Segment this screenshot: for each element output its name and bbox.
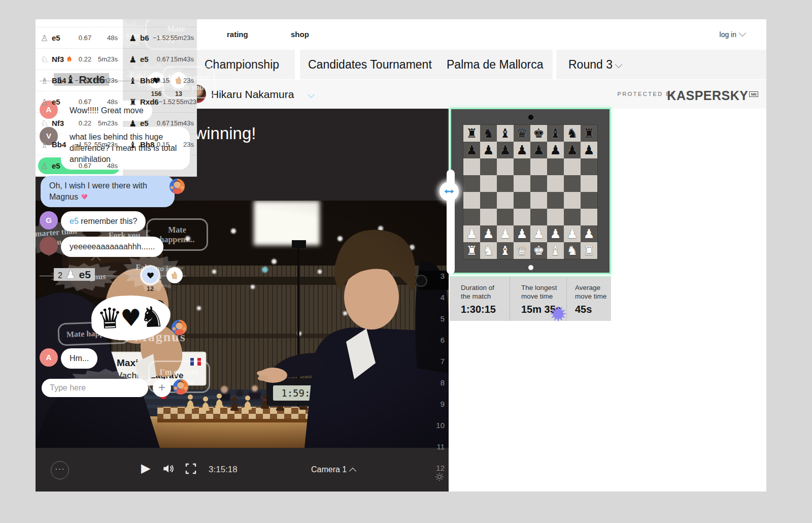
black-piece-icon: ♟ [129, 118, 139, 128]
chess-piece: ♟ [463, 142, 480, 158]
move-time: 23s [170, 141, 194, 148]
board-square: ♝ [547, 125, 564, 142]
board-square: ♟ [564, 142, 581, 158]
round-selector[interactable]: Round 3 [568, 50, 621, 79]
board-square [480, 192, 497, 209]
round-section: Round 3 [556, 50, 766, 79]
chess-piece: ♞ [564, 242, 581, 259]
video-controls: ··· ▶ 3:15:18 Camera 1 [36, 448, 449, 492]
board-square [581, 192, 597, 209]
chat-sticker-message: ♛♥♞ [36, 296, 190, 342]
black-to-move-dot [528, 115, 533, 120]
move-cell[interactable]: ♙e50.6748s [36, 27, 123, 49]
board-square: ♟ [530, 225, 547, 242]
board-square: ♝ [497, 242, 514, 259]
move-cell[interactable]: ♟b6−1.5255m23s [123, 27, 197, 49]
like-count: 12 [142, 285, 158, 292]
black-piece-icon: ♝ [129, 76, 139, 86]
nav-item-shop[interactable]: shop [291, 19, 309, 50]
dislike-button[interactable] [166, 267, 183, 283]
board-square [463, 209, 480, 225]
tournament-name: Candidates Tournament [308, 50, 432, 79]
move-cell [36, 19, 123, 27]
board-square: ♞ [564, 125, 581, 142]
move-link[interactable]: e5 [70, 217, 79, 225]
board-square: ♝ [547, 242, 564, 259]
fullscreen-icon[interactable] [185, 463, 197, 477]
board-square [497, 158, 514, 175]
nav-item-rating[interactable]: rating [227, 19, 248, 50]
camera-selector[interactable]: Camera 1 [311, 448, 355, 492]
move-notation: Rxd6 [140, 97, 159, 106]
move-notation: Bh8 [140, 140, 154, 149]
camera-label: Camera 1 [311, 465, 347, 474]
move-time: 15m43s [170, 119, 194, 127]
move-time: 5m23s [91, 119, 118, 127]
chat-input[interactable] [42, 379, 148, 397]
move-time: 55m23s [91, 77, 118, 84]
board-square: ♜ [581, 242, 597, 259]
knight-icon: ♞ [139, 303, 165, 332]
move-eval: 0.67 [79, 162, 91, 170]
board-square: ♞ [564, 242, 581, 259]
move-notation: b6 [140, 34, 149, 42]
move-notation: Bh8 [140, 76, 154, 85]
white-piece-icon: ♙ [41, 97, 51, 107]
move-eval: −1.52 [75, 77, 91, 84]
move-time: 23s [170, 77, 194, 84]
board-square [463, 192, 480, 209]
thumbs-down-icon [171, 271, 179, 280]
play-button[interactable]: ▶ [141, 461, 150, 475]
volume-icon[interactable] [161, 462, 175, 477]
add-attachment-button[interactable]: + [153, 379, 171, 397]
chess-piece: ♟ [530, 142, 547, 158]
board-square [514, 192, 530, 209]
board-square: ♟ [497, 142, 514, 158]
white-piece-icon: ♘ [41, 54, 51, 64]
move-notation: Bb4 [52, 76, 66, 85]
board-square [514, 175, 530, 192]
like-button[interactable] [142, 267, 158, 283]
chess-piece: ♟ [480, 225, 497, 242]
board-square [480, 209, 497, 225]
chess-piece: ♞ [480, 125, 497, 142]
board-square: ♟ [463, 225, 480, 242]
chat-input-row: + [36, 378, 190, 398]
board-square [514, 158, 530, 175]
move-time: 55m23s [176, 98, 197, 106]
stat-duration: Duration ofthe match 1:30:15 [450, 277, 510, 321]
more-options-button[interactable]: ··· [51, 461, 69, 479]
chess-piece: ♜ [581, 125, 597, 142]
login-button[interactable]: log in [720, 19, 745, 50]
table-row: ♘Nf30.225m23s♟e50.6715m43s [36, 49, 197, 70]
move-eval: −1.52 [153, 34, 170, 42]
lightbulb-icon[interactable] [434, 472, 445, 484]
move-cell[interactable]: ♟e50.6715m43s [123, 49, 197, 70]
move-eval: 0.67 [157, 119, 170, 127]
own-avatar [170, 189, 185, 196]
board-square: ♜ [463, 125, 480, 142]
brand-championship: Championship [205, 50, 279, 79]
chat-move-divider-2: 2 ♟ e5 12 1 [36, 267, 190, 298]
board-square [463, 175, 480, 192]
board-square [530, 209, 547, 225]
player-black-name[interactable]: Hikaru Nakamura [211, 80, 294, 109]
chess-piece: ♟ [497, 225, 514, 242]
board-square: ♟ [581, 142, 597, 158]
board-square: ♟ [564, 225, 581, 242]
chess-piece: ♝ [547, 125, 564, 142]
chess-piece: ♜ [463, 125, 480, 142]
chess-piece: ♟ [514, 142, 530, 158]
flip-board-button[interactable] [439, 182, 459, 201]
match-stats: Duration ofthe match 1:30:15 The longest… [450, 276, 611, 321]
white-piece-icon: ♙ [41, 33, 51, 43]
move-cell[interactable]: ♘Nf30.225m23s [36, 49, 123, 70]
chevron-down-icon[interactable] [308, 91, 315, 98]
board-square: ♟ [514, 142, 530, 158]
avatar: G [40, 211, 58, 230]
move-time: 15m43s [170, 55, 194, 63]
board-square [547, 158, 564, 175]
board-square: ♞ [480, 242, 497, 259]
move-cell [123, 19, 197, 27]
chess-piece: ♟ [514, 225, 530, 242]
